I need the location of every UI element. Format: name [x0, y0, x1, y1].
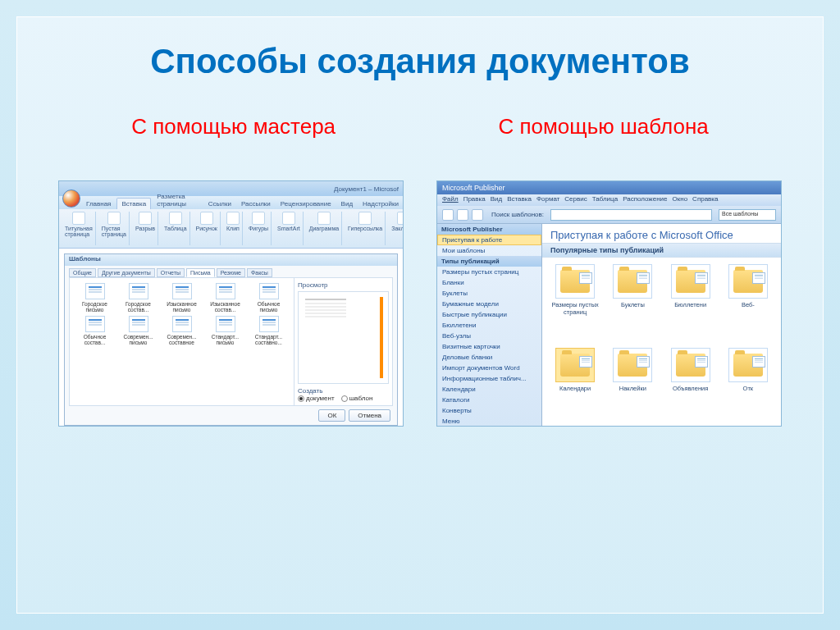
ribbon-btn[interactable]: Пустая страница [99, 212, 130, 245]
sidebar-item[interactable]: Буклеты [437, 288, 541, 299]
template-item[interactable]: Стандарт... составно... [249, 316, 289, 345]
tab-layout[interactable]: Разметка страницы [153, 191, 203, 209]
tab-home[interactable]: Главная [82, 199, 115, 209]
sidebar-item[interactable]: Деловые бланки [437, 352, 541, 363]
preview-label: Просмотр [298, 281, 389, 289]
menu-window[interactable]: Окно [673, 195, 688, 205]
radio-document[interactable]: документ [298, 395, 335, 402]
dlg-tab[interactable]: Отчеты [157, 268, 185, 277]
tab-references[interactable]: Ссылки [204, 199, 235, 209]
ribbon-btn[interactable]: Титульная страница [62, 212, 96, 245]
menu-tools[interactable]: Сервис [564, 195, 587, 205]
menu-format[interactable]: Формат [536, 195, 559, 205]
sidebar-item[interactable]: Бюллетени [437, 320, 541, 331]
templates-dialog: Шаблоны Общие Другие документы Отчеты Пи… [64, 253, 398, 426]
ribbon-btn[interactable]: Клип [224, 212, 243, 245]
dlg-tab[interactable]: Резюме [217, 268, 245, 277]
main-title: Приступая к работе с Microsoft Office [542, 224, 781, 243]
pub-type-item-selected[interactable]: Календари [549, 348, 601, 419]
template-item[interactable]: Обычное состав... [75, 316, 115, 345]
template-item[interactable]: Изысканное письмо [162, 283, 202, 313]
template-item[interactable]: Городское письмо [75, 283, 115, 313]
pub-type-item[interactable]: Веб- [722, 264, 774, 343]
pub-type-item[interactable]: Отк [722, 348, 774, 419]
sidebar-item[interactable]: Размеры пустых страниц [437, 267, 541, 277]
dialog-title: Шаблоны [65, 254, 397, 266]
popular-heading: Популярные типы публикаций [542, 243, 781, 258]
sidebar-item[interactable]: Конверты [437, 405, 541, 416]
sidebar-item-mytemplates[interactable]: Мои шаблоны [437, 245, 541, 256]
sidebar-item-getstarted[interactable]: Приступая к работе [437, 235, 541, 245]
tab-review[interactable]: Рецензирование [276, 199, 336, 209]
tab-view[interactable]: Вид [337, 199, 357, 209]
template-item[interactable]: Стандарт... письмо [205, 316, 245, 345]
office-button-icon[interactable] [62, 189, 80, 208]
main-pane: Приступая к работе с Microsoft Office По… [542, 224, 781, 426]
menu-file[interactable]: Файл [442, 195, 459, 205]
ribbon-btn[interactable]: Фигуры [246, 212, 272, 245]
dlg-tab[interactable]: Общие [69, 268, 96, 277]
dlg-tab[interactable]: Другие документы [98, 268, 155, 277]
menu-edit[interactable]: Правка [463, 195, 486, 205]
sidebar-head-types: Типы публикаций [437, 256, 541, 267]
template-item[interactable]: Изысканное состав... [205, 283, 245, 313]
toolbar-icon[interactable] [442, 209, 454, 221]
cancel-button[interactable]: Отмена [349, 409, 390, 422]
ribbon-tabs: Главная Вставка Разметка страницы Ссылки… [59, 196, 403, 209]
tab-mailings[interactable]: Рассылки [237, 199, 275, 209]
ribbon-btn[interactable]: Диаграмма [307, 212, 342, 245]
ribbon-btn[interactable]: Таблица [162, 212, 189, 245]
sidebar-item[interactable]: Календари [437, 384, 541, 395]
radio-template[interactable]: шаблон [341, 395, 373, 402]
ribbon-btn[interactable]: SmartArt [275, 212, 304, 245]
sidebar-head-app: Microsoft Publisher [437, 224, 541, 235]
template-item[interactable]: Современ... составное [162, 316, 202, 345]
slide-title: Способы создания документов [50, 42, 790, 81]
ribbon-btn[interactable]: Гиперссылка [345, 212, 386, 245]
sidebar-item[interactable]: Импорт документов Word [437, 363, 541, 373]
menu-table[interactable]: Таблица [592, 195, 618, 205]
search-label: Поиск шаблонов: [491, 211, 544, 218]
sidebar: Microsoft Publisher Приступая к работе М… [437, 224, 542, 426]
sidebar-item[interactable]: Визитные карточки [437, 341, 541, 352]
ribbon-btn[interactable]: Рисунок [194, 212, 221, 245]
toolbar: Поиск шаблонов: Все шаблоны [437, 206, 781, 224]
tab-addins[interactable]: Надстройки [358, 199, 403, 209]
create-label: Создать [298, 387, 389, 395]
sidebar-item[interactable]: Информационные таблич... [437, 373, 541, 384]
subtitle-right: С помощью шаблона [498, 114, 708, 139]
ribbon-btn[interactable]: Разрыв [133, 212, 158, 245]
template-grid: Городское письмо Городское состав... Изы… [70, 278, 294, 405]
menu-view[interactable]: Вид [491, 195, 502, 205]
toolbar-icon[interactable] [472, 209, 483, 221]
dlg-tab[interactable]: Факсы [247, 268, 272, 277]
sidebar-item[interactable]: Веб-узлы [437, 331, 541, 341]
tab-insert[interactable]: Вставка [116, 198, 151, 209]
toolbar-icon[interactable] [457, 209, 468, 221]
menu-help[interactable]: Справка [692, 195, 718, 205]
sidebar-item[interactable]: Бланки [437, 277, 541, 288]
menu-arrange[interactable]: Расположение [623, 195, 667, 205]
search-dropdown[interactable]: Все шаблоны [719, 209, 776, 221]
sidebar-item[interactable]: Быстрые публикации [437, 309, 541, 320]
dialog-tabs: Общие Другие документы Отчеты Письма Рез… [65, 266, 397, 277]
pub-type-item[interactable]: Буклеты [606, 264, 659, 343]
sidebar-item[interactable]: Каталоги [437, 395, 541, 405]
ok-button[interactable]: ОК [318, 409, 345, 422]
sidebar-item[interactable]: Бумажные модели [437, 299, 541, 309]
pub-type-item[interactable]: Объявления [664, 348, 717, 419]
pub-type-item[interactable]: Размеры пустых страниц [549, 264, 601, 343]
menu-insert[interactable]: Вставка [507, 195, 532, 205]
pub-type-item[interactable]: Бюллетени [664, 264, 717, 343]
template-item[interactable]: Обычное письмо [249, 283, 289, 313]
ribbon-btn[interactable]: Закладка [389, 212, 404, 245]
sidebar-item[interactable]: Меню [437, 416, 541, 426]
pub-type-item[interactable]: Наклейки [606, 348, 659, 419]
dlg-tab[interactable]: Письма [186, 268, 215, 277]
preview-pane: Просмотр Создать документ шаблон [294, 278, 392, 405]
template-item[interactable]: Современ... письмо [118, 316, 158, 345]
word-screenshot: Документ1 – Microsof Главная Вставка Раз… [58, 180, 404, 427]
template-item[interactable]: Городское состав... [118, 283, 158, 313]
menubar: Файл Правка Вид Вставка Формат Сервис Та… [437, 194, 781, 206]
search-input[interactable] [550, 209, 712, 221]
